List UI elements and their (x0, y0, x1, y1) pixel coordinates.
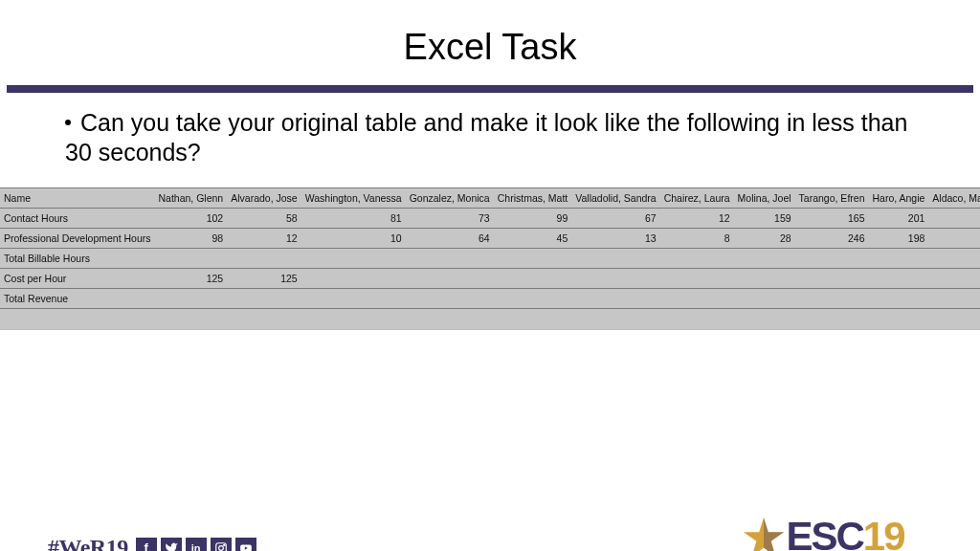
facebook-icon: f (136, 538, 157, 552)
cell (928, 268, 980, 288)
cell: 64 (406, 228, 494, 248)
cell: 28 (734, 228, 795, 248)
col-header: Aldaco, Manuel (928, 187, 980, 208)
col-header: Haro, Angie (868, 187, 928, 208)
svg-point-2 (223, 544, 224, 545)
cell (868, 268, 928, 288)
cell: 246 (795, 228, 869, 248)
youtube-icon (235, 538, 256, 552)
cell: 45 (494, 228, 572, 248)
instagram-icon (211, 538, 232, 552)
col-header: Tarango, Efren (795, 187, 869, 208)
cell: 67 (571, 208, 659, 228)
table-row: Cost per Hour 125 125 (0, 268, 980, 288)
row-label: Contact Hours (0, 208, 155, 228)
table-row: Professional Development Hours 98 12 10 … (0, 228, 980, 248)
cell (155, 248, 228, 268)
cell: 10 (301, 228, 406, 248)
row-label: Professional Development Hours (0, 228, 155, 248)
cell: 81 (301, 208, 406, 228)
star-icon (741, 516, 787, 551)
title-divider (7, 85, 973, 93)
cell: 58 (227, 208, 301, 228)
footer: #WeR19 f in (48, 535, 256, 551)
logo-text-esc: ESC (787, 514, 863, 551)
svg-point-1 (218, 545, 223, 550)
cell: 125 (155, 268, 228, 288)
cell: 198 (868, 228, 928, 248)
slide-title: Excel Task (0, 27, 980, 68)
cell: 13 (571, 228, 659, 248)
row-label: Total Revenue (0, 288, 155, 308)
cell: 8 (660, 228, 734, 248)
twitter-icon (161, 538, 182, 552)
excel-table: Name Nathan, Glenn Alvarado, Jose Washin… (0, 187, 980, 330)
cell (795, 268, 869, 288)
hashtag: #WeR19 (48, 535, 128, 551)
cell (406, 268, 494, 288)
cell: 179 (928, 228, 980, 248)
cell: 125 (227, 268, 301, 288)
bullet-text: Can you take your original table and mak… (65, 109, 907, 165)
col-header: Chairez, Laura (660, 187, 734, 208)
cell: 12 (660, 208, 734, 228)
cell: 73 (406, 208, 494, 228)
table-row: Total Billable Hours (0, 248, 980, 268)
cell: 99 (494, 208, 572, 228)
esc19-logo: ESC19 Serving the Educational Communitie… (702, 514, 942, 551)
cell: 98 (155, 228, 228, 248)
linkedin-icon: in (186, 538, 207, 552)
table-row: Name Nathan, Glenn Alvarado, Jose Washin… (0, 187, 980, 208)
row-label: Name (0, 187, 155, 208)
cell (660, 268, 734, 288)
bullet-list: Can you take your original table and mak… (0, 93, 980, 168)
cell (571, 268, 659, 288)
col-header: Molina, Joel (734, 187, 795, 208)
bullet-dot-icon (65, 120, 71, 125)
col-header: Nathan, Glenn (155, 187, 228, 208)
cell: 12 (227, 228, 301, 248)
cell (301, 268, 406, 288)
col-header: Alvarado, Jose (227, 187, 301, 208)
row-label: Cost per Hour (0, 268, 155, 288)
table-row: Total Revenue (0, 288, 980, 308)
table-row: Contact Hours 102 58 81 73 99 67 12 159 … (0, 208, 980, 228)
cell (494, 268, 572, 288)
empty-cell (0, 308, 155, 329)
table-row (0, 308, 980, 329)
cell (155, 288, 228, 308)
col-header: Washington, Vanessa (301, 187, 406, 208)
cell (734, 268, 795, 288)
social-icons: f in (136, 538, 256, 552)
col-header: Valladolid, Sandra (571, 187, 659, 208)
row-label: Total Billable Hours (0, 248, 155, 268)
svg-marker-5 (764, 518, 784, 551)
cell: 102 (155, 208, 228, 228)
cell: 159 (734, 208, 795, 228)
col-header: Christmas, Matt (494, 187, 572, 208)
col-header: Gonzalez, Monica (406, 187, 494, 208)
logo-text-19: 19 (863, 514, 904, 551)
excel-table-image: Name Nathan, Glenn Alvarado, Jose Washin… (0, 187, 980, 330)
cell: 225 (928, 208, 980, 228)
cell: 165 (795, 208, 869, 228)
cell: 201 (868, 208, 928, 228)
